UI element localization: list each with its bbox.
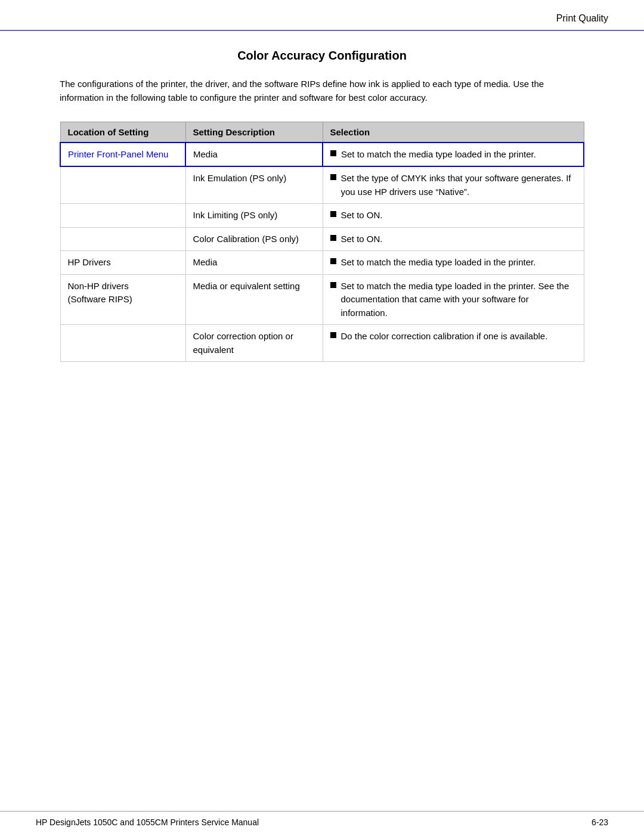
col-header-location: Location of Setting [60, 122, 185, 143]
bullet-item: Do the color correction calibration if o… [330, 330, 577, 343]
cell-setting: Media [185, 251, 323, 275]
table-header-row: Location of Setting Setting Description … [60, 122, 584, 143]
bullet-item: Set to ON. [330, 209, 577, 222]
main-content: Color Accuracy Configuration The configu… [0, 31, 644, 811]
cell-selection: Do the color correction calibration if o… [323, 325, 584, 362]
bullet-icon [330, 258, 336, 264]
page-footer: HP DesignJets 1050C and 1055CM Printers … [0, 811, 644, 833]
cell-location [60, 166, 185, 204]
bullet-text: Set to ON. [341, 209, 577, 222]
bullet-text: Set to match the media type loaded in th… [341, 280, 577, 320]
cell-setting: Ink Emulation (PS only) [185, 166, 323, 204]
bullet-icon [330, 150, 336, 156]
footer-right: 6-23 [592, 817, 608, 827]
bullet-item: Set the type of CMYK inks that your soft… [330, 172, 577, 199]
bullet-item: Set to match the media type loaded in th… [330, 280, 577, 320]
page-title: Color Accuracy Configuration [60, 49, 584, 63]
table-row: Non-HP drivers(Software RIPS)Media or eq… [60, 274, 584, 325]
cell-location [60, 325, 185, 362]
page-header: Print Quality [0, 0, 644, 31]
cell-selection: Set to match the media type loaded in th… [323, 143, 584, 167]
cell-selection: Set to ON. [323, 227, 584, 251]
cell-setting: Color Calibration (PS only) [185, 227, 323, 251]
bullet-item: Set to match the media type loaded in th… [330, 256, 577, 270]
cell-selection: Set to match the media type loaded in th… [323, 274, 584, 325]
col-header-setting: Setting Description [185, 122, 323, 143]
bullet-text: Do the color correction calibration if o… [341, 330, 577, 343]
col-header-selection: Selection [323, 122, 584, 143]
bullet-text: Set to match the media type loaded in th… [341, 148, 576, 162]
page-container: Print Quality Color Accuracy Configurati… [0, 0, 644, 833]
table-row: Ink Limiting (PS only)Set to ON. [60, 204, 584, 228]
bullet-icon [330, 282, 336, 288]
bullet-text: Set to match the media type loaded in th… [341, 256, 577, 270]
cell-setting: Media [185, 143, 323, 167]
bullet-icon [330, 235, 336, 241]
cell-location [60, 204, 185, 228]
table-row: HP DriversMediaSet to match the media ty… [60, 251, 584, 275]
table-row: Color correction option or equivalentDo … [60, 325, 584, 362]
cell-selection: Set to match the media type loaded in th… [323, 251, 584, 275]
bullet-icon [330, 211, 336, 217]
cell-selection: Set to ON. [323, 204, 584, 228]
table-row: Ink Emulation (PS only)Set the type of C… [60, 166, 584, 204]
cell-selection: Set the type of CMYK inks that your soft… [323, 166, 584, 204]
bullet-item: Set to match the media type loaded in th… [330, 148, 576, 162]
cell-setting: Color correction option or equivalent [185, 325, 323, 362]
bullet-icon [330, 332, 336, 338]
cell-location: Non-HP drivers(Software RIPS) [60, 274, 185, 325]
cell-location: Printer Front-Panel Menu [60, 143, 185, 167]
cell-setting: Media or equivalent setting [185, 274, 323, 325]
cell-location: HP Drivers [60, 251, 185, 275]
bullet-icon [330, 174, 336, 180]
footer-left: HP DesignJets 1050C and 1055CM Printers … [36, 817, 259, 827]
intro-paragraph: The configurations of the printer, the d… [60, 77, 584, 105]
cell-setting: Ink Limiting (PS only) [185, 204, 323, 228]
table-row: Color Calibration (PS only)Set to ON. [60, 227, 584, 251]
bullet-text: Set to ON. [341, 233, 577, 246]
cell-location [60, 227, 185, 251]
bullet-text: Set the type of CMYK inks that your soft… [341, 172, 577, 199]
bullet-item: Set to ON. [330, 233, 577, 246]
table-row: Printer Front-Panel MenuMediaSet to matc… [60, 143, 584, 167]
config-table: Location of Setting Setting Description … [60, 122, 584, 363]
header-title: Print Quality [556, 13, 608, 24]
